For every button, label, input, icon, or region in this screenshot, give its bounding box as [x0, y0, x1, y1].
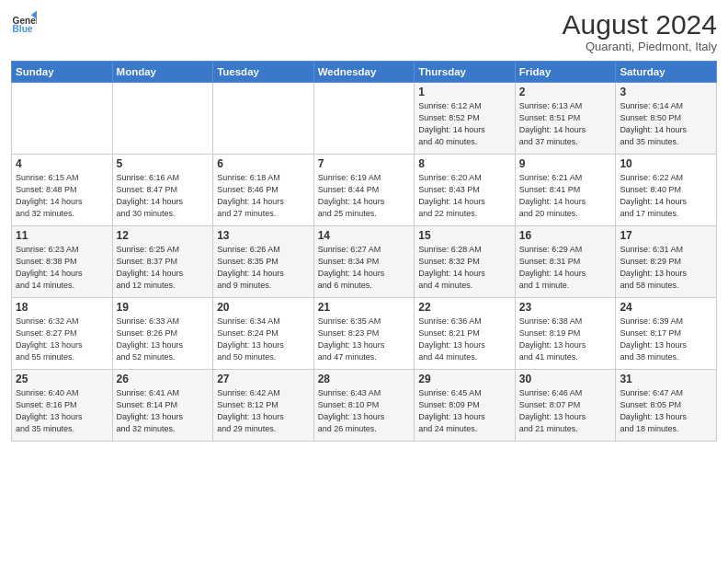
day-info: Sunrise: 6:28 AM Sunset: 8:32 PM Dayligh…	[418, 244, 511, 292]
day-number: 23	[519, 301, 612, 314]
day-number: 9	[519, 157, 612, 170]
day-number: 2	[519, 86, 612, 98]
day-number: 19	[117, 301, 210, 314]
day-cell	[313, 83, 415, 155]
day-info: Sunrise: 6:18 AM Sunset: 8:46 PM Dayligh…	[217, 172, 310, 220]
day-cell: 9Sunrise: 6:21 AM Sunset: 8:41 PM Daylig…	[515, 155, 616, 226]
day-info: Sunrise: 6:26 AM Sunset: 8:35 PM Dayligh…	[217, 244, 310, 292]
day-cell: 28Sunrise: 6:43 AM Sunset: 8:10 PM Dayli…	[313, 370, 415, 442]
day-info: Sunrise: 6:12 AM Sunset: 8:52 PM Dayligh…	[418, 100, 511, 148]
week-row-4: 18Sunrise: 6:32 AM Sunset: 8:27 PM Dayli…	[12, 298, 717, 370]
logo: General Blue	[11, 9, 37, 35]
day-cell: 18Sunrise: 6:32 AM Sunset: 8:27 PM Dayli…	[12, 298, 113, 370]
day-cell: 27Sunrise: 6:42 AM Sunset: 8:12 PM Dayli…	[213, 370, 314, 442]
day-info: Sunrise: 6:16 AM Sunset: 8:47 PM Dayligh…	[117, 172, 210, 220]
day-info: Sunrise: 6:46 AM Sunset: 8:07 PM Dayligh…	[519, 387, 612, 435]
day-number: 10	[620, 157, 712, 170]
day-info: Sunrise: 6:20 AM Sunset: 8:43 PM Dayligh…	[418, 172, 511, 220]
day-info: Sunrise: 6:40 AM Sunset: 8:16 PM Dayligh…	[16, 387, 108, 435]
day-number: 1	[418, 86, 511, 98]
day-cell: 11Sunrise: 6:23 AM Sunset: 8:38 PM Dayli…	[12, 226, 113, 298]
day-info: Sunrise: 6:35 AM Sunset: 8:23 PM Dayligh…	[318, 316, 411, 363]
day-number: 18	[16, 301, 108, 314]
day-info: Sunrise: 6:38 AM Sunset: 8:19 PM Dayligh…	[519, 316, 612, 363]
day-cell: 31Sunrise: 6:47 AM Sunset: 8:05 PM Dayli…	[616, 370, 717, 442]
day-number: 24	[620, 301, 712, 314]
day-cell: 17Sunrise: 6:31 AM Sunset: 8:29 PM Dayli…	[616, 226, 717, 298]
day-number: 29	[418, 373, 511, 385]
day-cell	[12, 83, 113, 155]
day-info: Sunrise: 6:36 AM Sunset: 8:21 PM Dayligh…	[418, 316, 511, 363]
col-monday: Monday	[112, 62, 213, 83]
day-info: Sunrise: 6:45 AM Sunset: 8:09 PM Dayligh…	[418, 387, 511, 435]
day-info: Sunrise: 6:23 AM Sunset: 8:38 PM Dayligh…	[16, 244, 108, 292]
day-cell: 23Sunrise: 6:38 AM Sunset: 8:19 PM Dayli…	[515, 298, 616, 370]
col-tuesday: Tuesday	[213, 62, 314, 83]
col-sunday: Sunday	[12, 62, 113, 83]
title-block: August 2024 Quaranti, Piedmont, Italy	[563, 9, 717, 53]
day-number: 4	[16, 157, 108, 170]
page-container: General Blue August 2024 Quaranti, Piedm…	[0, 0, 728, 449]
day-cell: 16Sunrise: 6:29 AM Sunset: 8:31 PM Dayli…	[515, 226, 616, 298]
day-info: Sunrise: 6:41 AM Sunset: 8:14 PM Dayligh…	[117, 387, 210, 435]
col-saturday: Saturday	[616, 62, 717, 83]
day-number: 20	[217, 301, 310, 314]
col-wednesday: Wednesday	[313, 62, 415, 83]
day-info: Sunrise: 6:15 AM Sunset: 8:48 PM Dayligh…	[16, 172, 108, 220]
header: General Blue August 2024 Quaranti, Piedm…	[11, 9, 717, 53]
day-info: Sunrise: 6:47 AM Sunset: 8:05 PM Dayligh…	[620, 387, 712, 435]
day-cell: 13Sunrise: 6:26 AM Sunset: 8:35 PM Dayli…	[213, 226, 314, 298]
day-cell: 7Sunrise: 6:19 AM Sunset: 8:44 PM Daylig…	[313, 155, 415, 226]
day-number: 8	[418, 157, 511, 170]
location: Quaranti, Piedmont, Italy	[563, 40, 717, 53]
day-cell: 22Sunrise: 6:36 AM Sunset: 8:21 PM Dayli…	[415, 298, 516, 370]
day-number: 28	[318, 373, 411, 385]
day-number: 31	[620, 373, 712, 385]
week-row-1: 1Sunrise: 6:12 AM Sunset: 8:52 PM Daylig…	[12, 83, 717, 155]
day-number: 11	[16, 229, 108, 242]
day-info: Sunrise: 6:22 AM Sunset: 8:40 PM Dayligh…	[620, 172, 712, 220]
day-info: Sunrise: 6:43 AM Sunset: 8:10 PM Dayligh…	[318, 387, 411, 435]
day-info: Sunrise: 6:32 AM Sunset: 8:27 PM Dayligh…	[16, 316, 108, 363]
day-number: 16	[519, 229, 612, 242]
month-year: August 2024	[563, 9, 717, 40]
week-row-5: 25Sunrise: 6:40 AM Sunset: 8:16 PM Dayli…	[12, 370, 717, 442]
day-cell: 26Sunrise: 6:41 AM Sunset: 8:14 PM Dayli…	[112, 370, 213, 442]
day-info: Sunrise: 6:29 AM Sunset: 8:31 PM Dayligh…	[519, 244, 612, 292]
day-info: Sunrise: 6:42 AM Sunset: 8:12 PM Dayligh…	[217, 387, 310, 435]
day-info: Sunrise: 6:19 AM Sunset: 8:44 PM Dayligh…	[318, 172, 411, 220]
day-number: 5	[117, 157, 210, 170]
day-number: 22	[418, 301, 511, 314]
day-cell: 24Sunrise: 6:39 AM Sunset: 8:17 PM Dayli…	[616, 298, 717, 370]
day-cell: 8Sunrise: 6:20 AM Sunset: 8:43 PM Daylig…	[415, 155, 516, 226]
col-thursday: Thursday	[415, 62, 516, 83]
day-info: Sunrise: 6:13 AM Sunset: 8:51 PM Dayligh…	[519, 100, 612, 148]
logo-icon: General Blue	[11, 9, 37, 35]
day-number: 17	[620, 229, 712, 242]
day-cell: 14Sunrise: 6:27 AM Sunset: 8:34 PM Dayli…	[313, 226, 415, 298]
day-info: Sunrise: 6:25 AM Sunset: 8:37 PM Dayligh…	[117, 244, 210, 292]
day-info: Sunrise: 6:39 AM Sunset: 8:17 PM Dayligh…	[620, 316, 712, 363]
day-number: 30	[519, 373, 612, 385]
col-friday: Friday	[515, 62, 616, 83]
day-cell	[112, 83, 213, 155]
day-number: 15	[418, 229, 511, 242]
day-info: Sunrise: 6:14 AM Sunset: 8:50 PM Dayligh…	[620, 100, 712, 148]
day-info: Sunrise: 6:34 AM Sunset: 8:24 PM Dayligh…	[217, 316, 310, 363]
day-info: Sunrise: 6:27 AM Sunset: 8:34 PM Dayligh…	[318, 244, 411, 292]
day-cell: 19Sunrise: 6:33 AM Sunset: 8:26 PM Dayli…	[112, 298, 213, 370]
day-info: Sunrise: 6:33 AM Sunset: 8:26 PM Dayligh…	[117, 316, 210, 363]
calendar-table: Sunday Monday Tuesday Wednesday Thursday…	[11, 61, 717, 442]
week-row-3: 11Sunrise: 6:23 AM Sunset: 8:38 PM Dayli…	[12, 226, 717, 298]
day-number: 21	[318, 301, 411, 314]
day-cell: 12Sunrise: 6:25 AM Sunset: 8:37 PM Dayli…	[112, 226, 213, 298]
day-info: Sunrise: 6:21 AM Sunset: 8:41 PM Dayligh…	[519, 172, 612, 220]
day-cell: 30Sunrise: 6:46 AM Sunset: 8:07 PM Dayli…	[515, 370, 616, 442]
week-row-2: 4Sunrise: 6:15 AM Sunset: 8:48 PM Daylig…	[12, 155, 717, 226]
day-cell: 2Sunrise: 6:13 AM Sunset: 8:51 PM Daylig…	[515, 83, 616, 155]
day-cell: 29Sunrise: 6:45 AM Sunset: 8:09 PM Dayli…	[415, 370, 516, 442]
day-cell	[213, 83, 314, 155]
day-number: 14	[318, 229, 411, 242]
day-number: 13	[217, 229, 310, 242]
day-cell: 4Sunrise: 6:15 AM Sunset: 8:48 PM Daylig…	[12, 155, 113, 226]
